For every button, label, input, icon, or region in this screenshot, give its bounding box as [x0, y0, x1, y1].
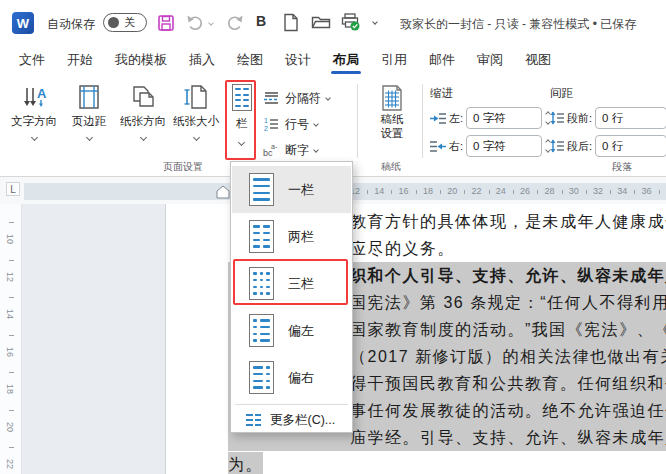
toggle-knob-icon	[108, 17, 119, 28]
chevron-down-icon	[30, 134, 37, 141]
new-document-icon[interactable]	[283, 13, 299, 32]
save-icon[interactable]	[157, 14, 175, 32]
document-text-line[interactable]: 教育方针的具体体现，是未成年人健康成长的需要，	[350, 209, 666, 235]
ruler-number: 18	[5, 382, 15, 396]
ruler-tick	[416, 190, 417, 194]
indent-left-control: 左: 0 字符	[430, 107, 550, 129]
tab-stop-selector[interactable]: L	[6, 182, 20, 196]
orientation-button[interactable]: 纸张方向	[116, 84, 170, 160]
menu-item-4[interactable]: 偏右	[232, 354, 351, 401]
ruler-number: 14	[5, 307, 15, 321]
group-label-paragraph: 段落	[604, 160, 640, 174]
more-columns-icon	[246, 414, 261, 426]
chevron-down-icon	[313, 121, 319, 127]
ruler-tick	[489, 190, 490, 194]
document-text-line[interactable]: 织和个人引导、支持、允许、纵容未成年人信教、参	[350, 263, 666, 289]
document-text-line[interactable]: 为。	[228, 452, 263, 474]
indent-marker-icon[interactable]	[216, 185, 230, 199]
document-text-line[interactable]: （2017 新修订版）的相关法律也做出有关规定，我	[350, 344, 666, 370]
menu-item-2[interactable]: 三栏	[232, 260, 351, 307]
breaks-button[interactable]: 分隔符	[263, 88, 330, 108]
ruler-tick	[9, 222, 14, 223]
document-text-line[interactable]: 国家教育制度的活动。”我国《宪法》、《教育法》、	[350, 317, 666, 343]
ruler-number: 20	[5, 420, 15, 434]
indent-left-field[interactable]: 0 字符	[466, 107, 542, 129]
ruler-number: 26	[518, 186, 532, 196]
autosave-toggle[interactable]: 关	[103, 13, 147, 32]
orientation-icon	[130, 84, 156, 110]
chevron-down-icon	[325, 95, 331, 101]
open-folder-icon[interactable]	[311, 14, 331, 30]
ruler-number: 10	[5, 232, 15, 246]
ruler-number: 22	[470, 186, 484, 196]
undo-dropdown-chevron-icon[interactable]	[208, 20, 214, 26]
autosave-label: 自动保存	[47, 16, 95, 33]
bold-button[interactable]: B	[256, 13, 266, 29]
ruler-tick	[634, 190, 635, 194]
svg-text:a-: a-	[271, 143, 278, 150]
columns-one-icon	[249, 173, 274, 206]
ruler-tick	[464, 190, 465, 194]
document-text-line[interactable]: 事任何发展教徒的活动。绝不允许强迫任何人特别是	[350, 398, 666, 424]
space-after-control: 段后: 0 行	[550, 135, 666, 157]
chevron-down-icon	[238, 139, 245, 146]
columns-button[interactable]: 栏	[228, 84, 255, 160]
word-logo-icon[interactable]: W	[12, 12, 34, 34]
columns-three-icon	[249, 267, 274, 300]
more-columns-item[interactable]: 更多栏(C)...	[232, 408, 351, 432]
tab-0[interactable]: 文件	[8, 46, 56, 76]
document-text-line[interactable]: 庙学经。引导、支持、允许、纵容未成年人信教、参	[350, 425, 666, 451]
tab-1[interactable]: 开始	[56, 46, 104, 76]
tab-2[interactable]: 我的模板	[104, 46, 178, 76]
indent-right-field[interactable]: 0 字符	[466, 135, 542, 157]
menu-item-1[interactable]: 两栏	[232, 213, 351, 260]
document-text-line[interactable]: 应尽的义务。	[350, 236, 455, 262]
spacing-title: 间距	[550, 86, 573, 101]
print-check-icon[interactable]	[341, 13, 361, 32]
svg-text:1: 1	[264, 117, 268, 124]
space-before-field[interactable]: 0 行	[595, 107, 666, 129]
text-direction-icon: A	[21, 84, 47, 110]
margins-button[interactable]: 页边距	[64, 84, 114, 160]
tab-9[interactable]: 审阅	[466, 46, 514, 76]
ruler-tick	[9, 410, 14, 411]
tab-7[interactable]: 引用	[370, 46, 418, 76]
breaks-icon	[263, 90, 280, 106]
tab-active-6[interactable]: 布局	[322, 46, 370, 76]
text-direction-button[interactable]: A 文字方向	[6, 84, 62, 160]
redo-icon[interactable]	[224, 14, 244, 31]
ruler-tick	[9, 372, 14, 373]
tab-5[interactable]: 设计	[274, 46, 322, 76]
tab-3[interactable]: 插入	[178, 46, 226, 76]
qat-chevron-icon[interactable]	[372, 19, 378, 25]
chevron-down-icon	[85, 134, 92, 141]
tab-4[interactable]: 绘图	[226, 46, 274, 76]
tab-10[interactable]: 视图	[514, 46, 562, 76]
menu-item-label: 三栏	[288, 275, 314, 293]
ruler-tick	[391, 190, 392, 194]
paper-size-icon	[183, 84, 209, 110]
document-text-line[interactable]: 国宪法》第 36 条规定：“任何人不得利用宗教进行	[350, 290, 666, 316]
hyphenation-icon: bc a-	[263, 142, 280, 158]
undo-icon[interactable]	[186, 14, 206, 31]
ruler-number: 12	[5, 270, 15, 284]
vertical-ruler[interactable]: 10121416182022	[0, 204, 22, 474]
menu-item-3[interactable]: 偏左	[232, 307, 351, 354]
ruler-tick	[440, 190, 441, 194]
menu-item-0[interactable]: 一栏	[232, 166, 351, 213]
columns-right-icon	[249, 361, 274, 394]
manuscript-setup-button[interactable]: 稿纸 设置	[372, 84, 412, 140]
space-after-field[interactable]: 0 行	[595, 135, 666, 157]
title-bar: W 自动保存 关 B	[0, 0, 666, 46]
paper-size-button[interactable]: 纸张大小	[170, 84, 222, 160]
document-title: 致家长的一封信 - 只读 - 兼容性模式 • 已保存	[400, 16, 666, 33]
document-text-line[interactable]: 得干预国民教育和公共教育。任何组织和个人不得强	[350, 371, 666, 397]
ribbon-tabs: 文件开始我的模板插入绘图设计布局引用邮件审阅视图	[0, 46, 666, 76]
hyphenation-button[interactable]: bc a- 断字	[263, 140, 318, 160]
line-numbers-button[interactable]: 1 2 行号	[263, 114, 318, 134]
menu-item-label: 两栏	[288, 228, 314, 246]
menu-separator	[235, 404, 348, 405]
tab-8[interactable]: 邮件	[418, 46, 466, 76]
word-window: W 自动保存 关 B	[0, 0, 666, 474]
ruler-tick	[9, 447, 14, 448]
